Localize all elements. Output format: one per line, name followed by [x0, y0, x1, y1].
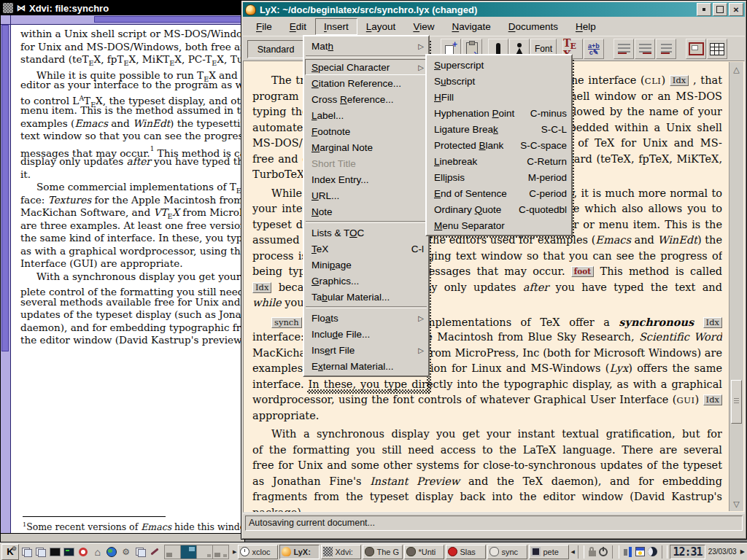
- open-inset[interactable]: synch: [271, 317, 302, 328]
- maximize-button[interactable]: [713, 3, 727, 16]
- task-button-sync[interactable]: sync: [487, 545, 527, 559]
- index-inset[interactable]: Idx: [670, 75, 689, 86]
- logout-icon[interactable]: [599, 548, 608, 556]
- menu-item-ordinary-quote[interactable]: Ordinary QuoteC-quotedbl: [427, 201, 570, 217]
- menu-item-label[interactable]: Label...: [305, 107, 427, 123]
- menu-item-floats[interactable]: Floats▷: [305, 310, 427, 326]
- change-depth-button[interactable]: [656, 39, 676, 59]
- menubar-item-layout[interactable]: Layout: [357, 18, 405, 35]
- menu-item-graphics[interactable]: Graphics...: [305, 273, 427, 289]
- pager-desktop-4[interactable]: [213, 545, 228, 559]
- menu-item-superscript[interactable]: Superscript: [427, 57, 570, 73]
- pager-desktop-3[interactable]: [197, 545, 213, 559]
- menu-item-lists-toc[interactable]: Lists & TOC: [305, 225, 427, 241]
- document-scrollbar[interactable]: △ ▽: [729, 62, 743, 511]
- xdvi-window: ⋈ Xdvi: file:synchro within a Unix shell…: [0, 0, 245, 542]
- menu-item-cross-reference[interactable]: Cross Reference...: [305, 91, 427, 107]
- menu-item-special-character[interactable]: Special Character▷: [305, 59, 427, 75]
- menu-item-ligature-break[interactable]: Ligature BreakS-C-L: [427, 121, 570, 137]
- browser-launcher[interactable]: [105, 545, 119, 559]
- insert-figure-button[interactable]: [686, 39, 706, 59]
- menu-item-hyphenation-point[interactable]: Hyphenation PointC-minus: [427, 105, 570, 121]
- menu-item-hfill[interactable]: HFill: [427, 89, 570, 105]
- index-inset[interactable]: Idx: [703, 394, 722, 405]
- menu-item-url[interactable]: URL...: [305, 187, 427, 203]
- menubar-item-insert[interactable]: Insert: [315, 18, 357, 35]
- menu-item-menu-separator[interactable]: Menu Separator: [427, 217, 570, 233]
- window-list-button[interactable]: [20, 545, 34, 559]
- menu-item-insert-file[interactable]: Insert File▷: [305, 342, 427, 358]
- home-launcher[interactable]: ⌂: [90, 545, 104, 559]
- xterm-launcher[interactable]: [48, 545, 62, 559]
- organizer-icon[interactable]: [635, 547, 645, 556]
- footnote-inset[interactable]: foot: [571, 266, 594, 277]
- klipper-icon[interactable]: [624, 547, 632, 557]
- menubar-item-file[interactable]: File: [247, 18, 281, 35]
- menu-item-marginal-note[interactable]: Marginal Note: [305, 139, 427, 155]
- konsole-launcher[interactable]: [62, 545, 76, 559]
- task-button-pete[interactable]: pete: [529, 545, 569, 559]
- menu-item-citation-reference[interactable]: Citation Reference...: [305, 75, 427, 91]
- menu-item-include-file[interactable]: Include File...: [305, 326, 427, 342]
- scrollbar-thumb[interactable]: [731, 380, 742, 424]
- documents-launcher[interactable]: [133, 545, 147, 559]
- task-button-xdvi[interactable]: Xdvi:: [321, 545, 361, 559]
- menu-item-external-material[interactable]: External Material...: [305, 358, 427, 374]
- xdvi-titlebar[interactable]: ⋈ Xdvi: file:synchro: [1, 1, 244, 15]
- menubar-item-navigate[interactable]: Navigate: [443, 18, 499, 35]
- menu-item-subscript[interactable]: Subscript: [427, 73, 570, 89]
- insert-marginpar-button[interactable]: [635, 39, 655, 59]
- menu-item-tabular-material[interactable]: Tabular Material...: [305, 289, 427, 305]
- menubar-item-help[interactable]: Help: [567, 18, 605, 35]
- menu-item-protected-blank[interactable]: Protected BlankS-C-space: [427, 137, 570, 153]
- control-center-launcher[interactable]: ⚙: [119, 545, 133, 559]
- insert-table-button[interactable]: [707, 39, 727, 59]
- xdvi-vscroll-thumb[interactable]: [1, 25, 9, 351]
- task-button-slas[interactable]: Slas: [446, 545, 486, 559]
- index-inset[interactable]: Idx: [252, 282, 271, 293]
- scroll-up-icon[interactable]: △: [729, 63, 743, 75]
- task-button-xcloc[interactable]: xcloc: [238, 545, 278, 559]
- task-button-unti[interactable]: *Unti: [404, 545, 444, 559]
- lock-screen-icon[interactable]: [589, 551, 596, 556]
- lyx-app-icon[interactable]: [245, 4, 256, 15]
- menu-item-end-of-sentence[interactable]: End of SentenceC-period: [427, 185, 570, 201]
- minimize-button[interactable]: [697, 3, 711, 16]
- xdvi-vertical-scrollbar[interactable]: [1, 25, 11, 533]
- help-launcher[interactable]: [77, 545, 90, 559]
- menubar-item-view[interactable]: View: [404, 18, 443, 35]
- task-button-lyx[interactable]: LyX:: [279, 545, 320, 559]
- menu-item-ellipsis[interactable]: EllipsisM-period: [427, 169, 570, 185]
- layout-combo[interactable]: Standard: [247, 40, 304, 58]
- panel-hide-icon[interactable]: ▶: [740, 548, 746, 555]
- moon-applet-icon[interactable]: [648, 547, 657, 556]
- menu-item-linebreak[interactable]: LinebreakC-Return: [427, 153, 570, 169]
- menubar-item-documents[interactable]: Documents: [500, 18, 567, 35]
- insert-footnote-button[interactable]: [614, 39, 634, 59]
- lyx-titlebar[interactable]: LyX: ~/doc/beginlatex/src/synchro.lyx (c…: [243, 2, 745, 17]
- close-button[interactable]: ✕: [729, 3, 743, 16]
- menu-item-short-title[interactable]: Short Title: [305, 155, 427, 171]
- menu-item-index-entry[interactable]: Index Entry...: [305, 171, 427, 187]
- taskbar-expand-icon[interactable]: ▶: [232, 545, 238, 559]
- editor-launcher[interactable]: [147, 545, 161, 559]
- index-inset[interactable]: Idx: [703, 317, 722, 328]
- show-desktop-button[interactable]: [34, 545, 47, 559]
- scroll-down-icon[interactable]: ▽: [729, 498, 743, 510]
- k-menu-button[interactable]: K⚙: [1, 544, 19, 560]
- math-mode-button[interactable]: a+bc✎: [584, 39, 604, 59]
- menu-item-footnote[interactable]: Footnote: [305, 123, 427, 139]
- menubar-item-edit[interactable]: Edit: [281, 18, 315, 35]
- window-menu-icon[interactable]: ⋈: [17, 3, 26, 13]
- menu-item-note[interactable]: Note: [305, 203, 427, 219]
- xdvi-hscroll-thumb[interactable]: [94, 16, 244, 23]
- menu-item-minipage[interactable]: Minipage: [305, 257, 427, 273]
- menu-item-math[interactable]: Math▷: [305, 38, 427, 54]
- menu-item-label: Include File...: [311, 329, 424, 340]
- xdvi-horizontal-scrollbar[interactable]: [11, 15, 244, 25]
- menu-item-tex[interactable]: TeXC-l: [305, 241, 427, 257]
- pager-desktop-2[interactable]: [181, 545, 197, 559]
- task-button-the-g[interactable]: The G: [363, 545, 403, 559]
- pager-desktop-1[interactable]: [165, 545, 181, 559]
- clock-applet[interactable]: 12:31: [670, 545, 705, 559]
